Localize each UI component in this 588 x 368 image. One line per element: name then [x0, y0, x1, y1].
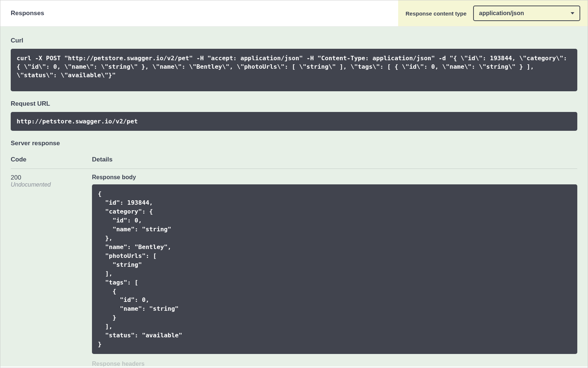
response-body: { "id": 193844, "category": { "id": 0, "…: [92, 184, 577, 354]
content-type-value: application/json: [479, 10, 524, 17]
col-code: Code: [11, 156, 92, 163]
curl-heading: Curl: [11, 37, 577, 44]
server-response-heading: Server response: [11, 140, 577, 147]
response-row: 200 Undocumented Response body { "id": 1…: [11, 174, 577, 367]
response-headers-heading: Response headers: [92, 361, 577, 367]
chevron-down-icon: [571, 12, 574, 14]
response-body-heading: Response body: [92, 174, 577, 181]
content-type-select[interactable]: application/json: [473, 6, 580, 21]
content-type-panel: Response content type application/json: [398, 0, 588, 26]
content-type-label: Response content type: [406, 10, 466, 17]
status-code: 200: [11, 174, 92, 181]
col-details: Details: [92, 156, 577, 163]
undocumented-label: Undocumented: [11, 181, 92, 188]
curl-command: curl -X POST "http://petstore.swagger.io…: [11, 49, 577, 91]
responses-heading: Responses: [11, 10, 44, 17]
request-url-heading: Request URL: [11, 100, 577, 108]
response-table-header: Code Details: [11, 156, 577, 169]
request-url-value: http://petstore.swagger.io/v2/pet: [11, 112, 577, 131]
